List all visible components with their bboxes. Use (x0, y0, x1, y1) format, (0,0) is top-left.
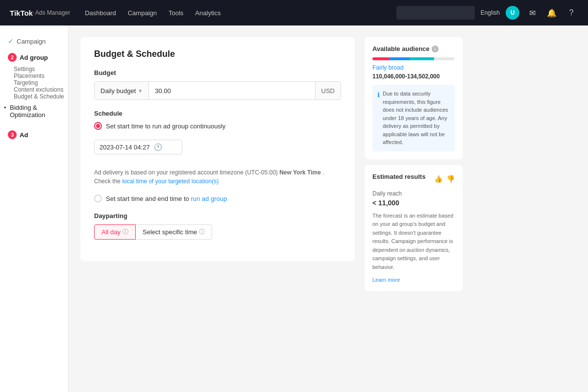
datetime-input[interactable]: 2023-07-14 04:27 🕐 (94, 140, 182, 154)
sidebar-campaign-label: Campaign (17, 38, 46, 45)
panel-title: Budget & Schedule (94, 49, 341, 59)
budget-value-input[interactable] (149, 82, 315, 99)
sidebar-item-ad-group[interactable]: 2 Ad group (0, 49, 68, 66)
schedule-label: Schedule (94, 110, 341, 117)
budget-type-value: Daily budget (100, 87, 136, 95)
gauge-red (372, 57, 389, 60)
sidebar-bidding-optimization[interactable]: Bidding & Optimization (0, 100, 68, 122)
timezone-link[interactable]: local time of your targeted location(s) (122, 178, 219, 185)
gauge-cyan (410, 57, 434, 60)
logo-dot: · (33, 10, 35, 16)
logo-ads: Ads Manager (35, 9, 70, 16)
daily-reach-label: Daily reach (372, 190, 455, 197)
dayparting-label: Dayparting (94, 212, 341, 220)
bell-icon[interactable]: 🔔 (545, 6, 559, 20)
audience-info-icon[interactable]: i (432, 46, 439, 52)
results-card: Estimated results 👍 👎 Daily reach < 11,0… (365, 165, 463, 291)
thumbs-down-icon[interactable]: 👎 (446, 175, 455, 183)
results-card-title: Estimated results (372, 173, 425, 180)
sidebar-targeting[interactable]: Targeting (0, 79, 68, 86)
schedule-group: Schedule Set start time to run ad group … (94, 110, 341, 202)
results-actions: 👍 👎 (434, 175, 455, 183)
budget-currency: USD (315, 82, 341, 99)
mail-icon[interactable]: ✉ (525, 6, 539, 20)
help-icon[interactable]: ? (564, 6, 578, 20)
gauge-empty (434, 57, 455, 60)
avatar[interactable]: U (506, 6, 519, 20)
daypart-buttons: All day ⓘ Select specific time ⓘ (94, 224, 341, 240)
budget-row: Daily budget ▼ USD (94, 81, 341, 100)
step-badge-2: 2 (8, 53, 17, 62)
radio-start-end[interactable] (94, 195, 102, 202)
daily-reach-value: < 11,000 (372, 199, 455, 207)
search-input[interactable] (396, 6, 475, 20)
radio-start-end-row[interactable]: Set start time and end time to run ad gr… (94, 195, 341, 202)
check-icon: ✓ (8, 37, 14, 45)
daypart-all-day[interactable]: All day ⓘ (94, 224, 136, 240)
budget-label: Budget (94, 69, 341, 76)
audience-gauge (372, 57, 455, 60)
datetime-value: 2023-07-14 04:27 (99, 144, 150, 151)
page-wrapper: ✓ Campaign 2 Ad group Settings Placement… (0, 25, 588, 392)
nav-tools[interactable]: Tools (169, 9, 183, 17)
forecast-note: The forecast is an estimate based on you… (372, 212, 455, 272)
run-ad-group-link[interactable]: run ad group (191, 195, 227, 202)
gauge-segments (372, 57, 455, 60)
nav-analytics[interactable]: Analytics (195, 9, 220, 17)
learn-more-link[interactable]: Learn more (372, 277, 400, 283)
timezone-note: Ad delivery is based on your registered … (94, 168, 341, 186)
audience-card-title: Available audience i (372, 45, 455, 52)
sidebar-ad-label: Ad (20, 131, 28, 139)
sidebar-item-campaign[interactable]: ✓ Campaign (0, 33, 68, 49)
sidebar-ad-group-label: Ad group (20, 54, 48, 61)
nav-campaign[interactable]: Campaign (128, 9, 157, 17)
results-header: Estimated results 👍 👎 (372, 173, 455, 185)
sidebar-placements[interactable]: Placements (0, 73, 68, 79)
language-selector[interactable]: English (481, 9, 500, 16)
chevron-down-icon: ▼ (138, 88, 143, 94)
logo: TikTok · Ads Manager (10, 9, 70, 17)
nav-right: English U ✉ 🔔 ? (396, 6, 578, 20)
sidebar-content-exclusions[interactable]: Content exclusions (0, 86, 68, 93)
specific-time-info-icon[interactable]: ⓘ (199, 228, 205, 236)
top-navigation: TikTok · Ads Manager Dashboard Campaign … (0, 0, 588, 25)
daypart-specific-time[interactable]: Select specific time ⓘ (136, 224, 212, 240)
audience-broadness-label: Fairly broad (372, 64, 455, 71)
radio-continuous[interactable] (94, 122, 102, 130)
form-panel: Budget & Schedule Budget Daily budget ▼ … (80, 37, 355, 261)
clock-icon: 🕐 (154, 143, 162, 151)
dayparting-group: Dayparting All day ⓘ Select specific tim… (94, 212, 341, 240)
thumbs-up-icon[interactable]: 👍 (434, 175, 442, 183)
budget-group: Budget Daily budget ▼ USD (94, 69, 341, 100)
nav-links: Dashboard Campaign Tools Analytics (85, 9, 396, 17)
datetime-row: 2023-07-14 04:27 🕐 (94, 140, 341, 154)
sidebar-budget-schedule[interactable]: Budget & Schedule (0, 93, 68, 100)
gauge-blue (389, 57, 410, 60)
timezone-city: New York Time (279, 169, 321, 176)
radio-continuous-label: Set start time to run ad group continuou… (106, 122, 225, 130)
audience-info-box: ℹ Due to data security requirements, thi… (372, 85, 455, 151)
step-badge-3: 3 (8, 130, 17, 139)
logo-tiktok: TikTok (10, 9, 33, 17)
sidebar-item-ad[interactable]: 3 Ad (0, 126, 68, 143)
audience-info-text: Due to data security requirements, this … (383, 90, 450, 147)
main-content: Budget & Schedule Budget Daily budget ▼ … (69, 25, 588, 392)
sidebar-settings[interactable]: Settings (0, 66, 68, 73)
info-circle-icon: ℹ (377, 90, 380, 147)
all-day-info-icon[interactable]: ⓘ (122, 228, 128, 236)
audience-card: Available audience i Fairly broad 110,04… (365, 37, 463, 159)
right-panel: Available audience i Fairly broad 110,04… (365, 37, 463, 297)
nav-dashboard[interactable]: Dashboard (85, 9, 116, 17)
schedule-radio-group: Set start time to run ad group continuou… (94, 122, 341, 202)
radio-start-end-label: Set start time and end time to run ad gr… (106, 195, 227, 202)
budget-type-dropdown[interactable]: Daily budget ▼ (95, 82, 149, 99)
audience-range: 110,046,000-134,502,000 (372, 73, 455, 80)
radio-continuous-row[interactable]: Set start time to run ad group continuou… (94, 122, 341, 130)
sidebar: ✓ Campaign 2 Ad group Settings Placement… (0, 25, 69, 392)
